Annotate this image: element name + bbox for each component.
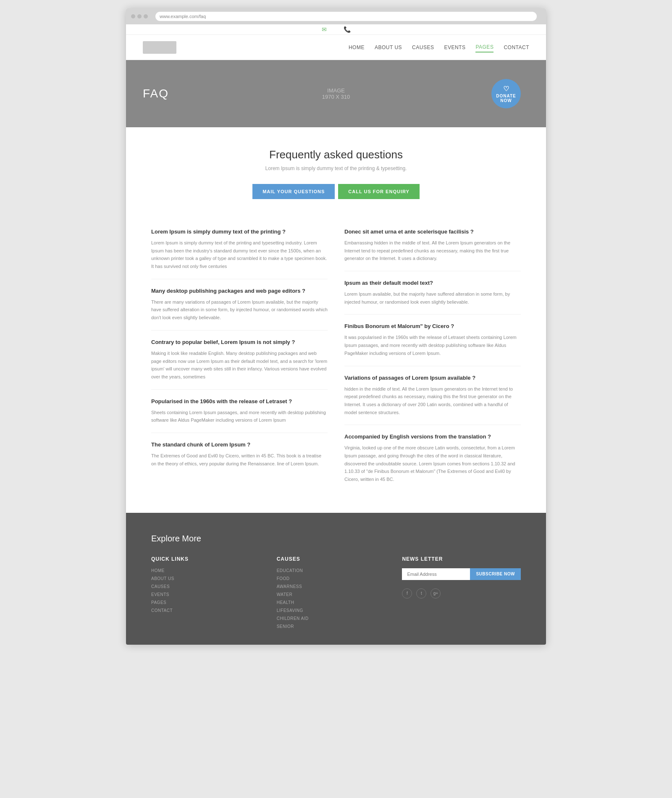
- faq-left-column: Lorem Ipsum is simply dummy text of the …: [151, 220, 328, 492]
- footer-cause-senior[interactable]: SENIOR: [277, 624, 386, 629]
- footer-causes: CAUSES EDUCATION FOOD AWARNESS WATER HEA…: [277, 556, 386, 632]
- faq-question: Ipsum as their default model text?: [344, 280, 521, 286]
- faq-item-right-3: Finibus Bonorum et Malorum" by Cicero ? …: [344, 315, 521, 366]
- email-icon: ✉: [322, 26, 327, 33]
- footer-cause-lifesaving[interactable]: LIFESAVING: [277, 608, 386, 613]
- faq-question: Contrary to popular belief, Lorem Ipsum …: [151, 339, 328, 345]
- faq-answer: It was popularised in the 1960s with the…: [344, 333, 521, 357]
- faq-header: Frequently asked questions Lorem Ipsum i…: [151, 148, 521, 171]
- call-enquiry-button[interactable]: CALL US FOR ENQUIRY: [338, 184, 420, 199]
- footer-link-events[interactable]: EVENTS: [151, 592, 260, 597]
- faq-answer: Embarrassing hidden in the middle of tex…: [344, 239, 521, 262]
- subscribe-button[interactable]: SUBSCRIBE NOW: [470, 568, 521, 580]
- faq-subtitle: Lorem Ipsum is simply dummy text of the …: [151, 165, 521, 171]
- footer-explore-title: Explore More: [151, 534, 521, 543]
- image-label: IMAGE: [322, 87, 350, 94]
- hero-image-info: IMAGE 1970 X 310: [322, 87, 350, 100]
- faq-item-left-4: Popularised in the 1960s with the releas…: [151, 390, 328, 433]
- footer-link-causes[interactable]: CAUSES: [151, 584, 260, 589]
- address-text: www.example.com/faq: [160, 14, 206, 19]
- faq-item-right-1: Donec sit amet urna et ante scelerisque …: [344, 220, 521, 271]
- faq-question: Accompanied by English versions from the…: [344, 433, 521, 440]
- newsletter-title: NEWS LETTER: [402, 556, 521, 562]
- nav-about[interactable]: ABOUT US: [375, 43, 402, 52]
- footer: Explore More QUICK LINKS HOME ABOUT US C…: [126, 513, 546, 645]
- main-content: Frequently asked questions Lorem Ipsum i…: [126, 127, 546, 513]
- faq-item-left-3: Contrary to popular belief, Lorem Ipsum …: [151, 331, 328, 390]
- faq-title: Frequently asked questions: [151, 148, 521, 161]
- footer-cause-education[interactable]: EDUCATION: [277, 568, 386, 573]
- heart-icon: ♡: [503, 85, 509, 93]
- logo: [143, 41, 176, 54]
- nav-events[interactable]: EVENTS: [444, 43, 465, 52]
- faq-answer: Virginia, looked up one of the more obsc…: [344, 444, 521, 483]
- donate-sub: NOW: [500, 98, 512, 103]
- browser-dots: [131, 14, 148, 18]
- facebook-icon[interactable]: f: [402, 588, 412, 598]
- faq-question: Finibus Bonorum et Malorum" by Cicero ?: [344, 323, 521, 329]
- faq-answer: Lorem Ipsum available, but the majority …: [344, 290, 521, 306]
- footer-cause-food[interactable]: FOOD: [277, 576, 386, 581]
- footer-cause-children[interactable]: CHILDREN AID: [277, 616, 386, 621]
- footer-quick-links: QUICK LINKS HOME ABOUT US CAUSES EVENTS …: [151, 556, 260, 632]
- footer-link-about[interactable]: ABOUT US: [151, 576, 260, 581]
- faq-question: Donec sit amet urna et ante scelerisque …: [344, 228, 521, 235]
- browser-address-bar[interactable]: www.example.com/faq: [155, 12, 537, 21]
- phone-icon: 📞: [344, 26, 351, 33]
- newsletter-form: SUBSCRIBE NOW: [402, 568, 521, 580]
- browser-chrome: www.example.com/faq: [126, 8, 546, 24]
- top-bar: ✉ 📞: [126, 24, 546, 35]
- faq-item-left-2: Many desktop publishing packages and web…: [151, 279, 328, 331]
- browser-dot-3: [144, 14, 148, 18]
- mail-questions-button[interactable]: MAIL YOUR QUESTIONS: [252, 184, 335, 199]
- quick-links-title: QUICK LINKS: [151, 556, 260, 562]
- hero-section: FAQ IMAGE 1970 X 310 ♡ DONATE NOW: [126, 60, 546, 127]
- twitter-icon[interactable]: t: [416, 588, 426, 598]
- faq-question: Variations of passages of Lorem Ipsum av…: [344, 375, 521, 381]
- faq-question: Popularised in the 1960s with the releas…: [151, 398, 328, 404]
- faq-item-right-2: Ipsum as their default model text? Lorem…: [344, 271, 521, 315]
- donate-button[interactable]: ♡ DONATE NOW: [491, 79, 521, 108]
- faq-buttons: MAIL YOUR QUESTIONS CALL US FOR ENQUIRY: [151, 184, 521, 199]
- nav-causes[interactable]: CAUSES: [412, 43, 434, 52]
- faq-question: Lorem Ipsum is simply dummy text of the …: [151, 228, 328, 235]
- nav-links: HOME ABOUT US CAUSES EVENTS PAGES CONTAC…: [349, 42, 529, 52]
- newsletter-email-input[interactable]: [402, 568, 470, 580]
- faq-answer: Lorem Ipsum is simply dummy text of the …: [151, 239, 328, 270]
- faq-answer: Sheets containing Lorem Ipsum passages, …: [151, 409, 328, 424]
- faq-right-column: Donec sit amet urna et ante scelerisque …: [344, 220, 521, 492]
- donate-label: DONATE: [496, 94, 516, 98]
- faq-answer: hidden in the middle of text. All the Lo…: [344, 385, 521, 417]
- footer-link-pages[interactable]: PAGES: [151, 600, 260, 605]
- hero-title: FAQ: [143, 87, 169, 100]
- faq-item-left-1: Lorem Ipsum is simply dummy text of the …: [151, 220, 328, 279]
- faq-question: Many desktop publishing packages and web…: [151, 288, 328, 294]
- nav-home[interactable]: HOME: [349, 43, 365, 52]
- navigation: HOME ABOUT US CAUSES EVENTS PAGES CONTAC…: [126, 35, 546, 60]
- nav-contact[interactable]: CONTACT: [504, 43, 529, 52]
- social-icons: f t g+: [402, 588, 521, 598]
- footer-link-contact[interactable]: CONTACT: [151, 608, 260, 613]
- footer-newsletter: NEWS LETTER SUBSCRIBE NOW f t g+: [402, 556, 521, 632]
- nav-pages[interactable]: PAGES: [475, 42, 494, 52]
- googleplus-icon[interactable]: g+: [430, 588, 441, 598]
- footer-link-home[interactable]: HOME: [151, 568, 260, 573]
- faq-answer: Making it look like readable English. Ma…: [151, 349, 328, 381]
- faq-item-right-5: Accompanied by English versions from the…: [344, 425, 521, 491]
- faq-answer: There are many variations of passages of…: [151, 298, 328, 322]
- faq-item-left-5: The standard chunk of Lorem Ipsum ? The …: [151, 433, 328, 476]
- faq-question: The standard chunk of Lorem Ipsum ?: [151, 441, 328, 448]
- faq-answer: The Extremes of Good and Evil0 by Cicero…: [151, 452, 328, 467]
- browser-dot-1: [131, 14, 135, 18]
- browser-dot-2: [137, 14, 142, 18]
- footer-grid: QUICK LINKS HOME ABOUT US CAUSES EVENTS …: [151, 556, 521, 632]
- image-size: 1970 X 310: [322, 94, 350, 100]
- causes-title: CAUSES: [277, 556, 386, 562]
- footer-cause-health[interactable]: HEALTH: [277, 600, 386, 605]
- footer-cause-awarness[interactable]: AWARNESS: [277, 584, 386, 589]
- footer-cause-water[interactable]: WATER: [277, 592, 386, 597]
- faq-item-right-4: Variations of passages of Lorem Ipsum av…: [344, 366, 521, 425]
- faq-grid: Lorem Ipsum is simply dummy text of the …: [151, 220, 521, 492]
